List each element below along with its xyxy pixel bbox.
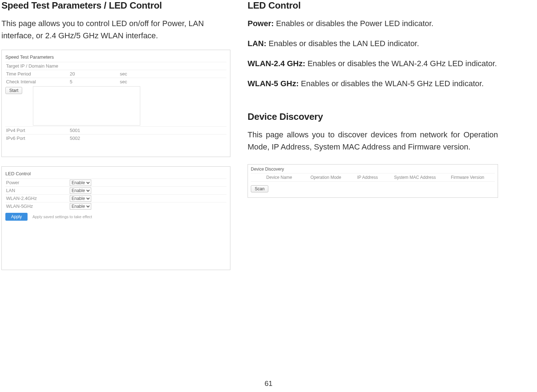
screenshot-speed-test: Speed Test Parameters Target IP / Domain… <box>1 50 230 157</box>
led-row-wlan24-label: WLAN-2.4GHz <box>5 196 70 201</box>
speed-textarea[interactable] <box>33 86 140 126</box>
led-box-title: LED Control <box>5 170 226 178</box>
power-label: Power: <box>248 19 274 28</box>
wlan24-text: Enables or disables the WLAN-2.4 GHz LED… <box>305 59 497 68</box>
led-row-lan-select[interactable]: Enable <box>70 187 91 194</box>
power-text: Enables or disables the Power LED indica… <box>274 19 433 28</box>
lan-paragraph: LAN: Enables or disables the LAN LED ind… <box>248 38 498 50</box>
led-row-wlan24-select[interactable]: Enable <box>70 195 91 202</box>
heading-led-control: LED Control <box>248 0 498 11</box>
dd-col-firmware: Firmware Version <box>448 175 495 180</box>
wlan5-paragraph: WLAN-5 GHz: Enables or disables the WLAN… <box>248 78 498 90</box>
check-label: Check Interval <box>5 79 70 84</box>
dd-col-ip-address: IP Address <box>354 175 391 180</box>
led-row-power-select[interactable]: Enable <box>70 180 91 186</box>
scan-button[interactable]: Scan <box>251 185 268 192</box>
wlan24-label: WLAN-2.4 GHz: <box>248 59 305 68</box>
led-row-wlan5-select[interactable]: Enable <box>70 203 91 210</box>
ipv6-value: 5002 <box>70 136 120 141</box>
power-paragraph: Power: Enables or disables the Power LED… <box>248 18 498 30</box>
time-unit: sec <box>120 71 148 77</box>
time-value: 20 <box>70 71 120 77</box>
heading-device-discovery: Device Discovery <box>248 111 498 122</box>
dd-box-title: Device Discovery <box>251 167 495 173</box>
wlan24-paragraph: WLAN-2.4 GHz: Enables or disables the WL… <box>248 58 498 70</box>
screenshot-device-discovery: Device Discovery Device Name Operation M… <box>248 164 498 198</box>
led-row-power-label: Power <box>5 180 70 185</box>
intro-paragraph: This page allows you to control LED on/o… <box>1 18 230 42</box>
target-label: Target IP / Domain Name <box>5 63 70 69</box>
check-value: 5 <box>70 79 120 84</box>
page-number: 61 <box>0 379 537 388</box>
ipv4-label: IPv4 Port <box>5 128 70 133</box>
led-row-lan-label: LAN <box>5 188 70 193</box>
lan-text: Enables or disables the LAN LED indicato… <box>267 39 419 48</box>
screenshot-led-control: LED Control Power Enable LAN Enable WLAN… <box>1 166 230 270</box>
start-button[interactable]: Start <box>5 87 22 94</box>
lan-label: LAN: <box>248 39 267 48</box>
dd-col-operation-mode: Operation Mode <box>308 175 355 180</box>
speed-box-title: Speed Test Parameters <box>5 53 226 62</box>
check-unit: sec <box>120 79 148 84</box>
apply-button[interactable]: Apply <box>5 213 28 221</box>
heading-speed-led: Speed Test Parameters / LED Control <box>1 0 230 11</box>
dd-intro: This page allows you to discover devices… <box>248 129 498 153</box>
wlan5-text: Enables or disables the WLAN-5 GHz LED i… <box>299 79 484 88</box>
dd-col-mac: System MAC Address <box>391 175 448 180</box>
led-row-wlan5-label: WLAN-5GHz <box>5 204 70 209</box>
dd-col-device-name: Device Name <box>251 175 308 180</box>
ipv4-value: 5001 <box>70 128 120 133</box>
ipv6-label: IPv6 Port <box>5 136 70 141</box>
time-label: Time Period <box>5 71 70 77</box>
apply-note: Apply saved settings to take effect <box>33 215 92 219</box>
wlan5-label: WLAN-5 GHz: <box>248 79 299 88</box>
